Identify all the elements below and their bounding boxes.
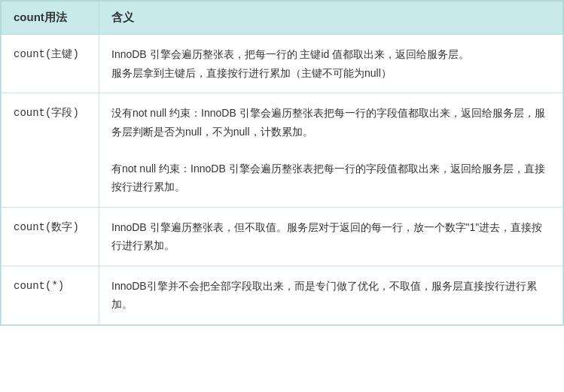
content-part-2: 服务层拿到主键后，直接按行进行累加（主键不可能为null）	[111, 67, 392, 79]
content-part-2: 有not null 约束：InnoDB 引擎会遍历整张表把每一行的字段值都取出来…	[111, 163, 545, 193]
count-number-label: count(数字)	[14, 221, 79, 233]
col-header-meaning: 含义	[99, 2, 563, 35]
count-field-label: count(字段)	[14, 107, 79, 119]
main-container: count用法 含义 count(主键) InnoDB 引擎会遍历整张表，把每一…	[0, 0, 564, 326]
row-content: 没有not null 约束：InnoDB 引擎会遍历整张表把每一行的字段值都取出…	[99, 93, 563, 208]
count-usage-table: count用法 含义 count(主键) InnoDB 引擎会遍历整张表，把每一…	[1, 1, 563, 325]
content-part-1: InnoDB 引擎会遍历整张表，把每一行的 主键id 值都取出来，返回给服务层。	[111, 48, 469, 60]
row-label: count(数字)	[2, 207, 99, 266]
count-primary-key-content: InnoDB 引擎会遍历整张表，把每一行的 主键id 值都取出来，返回给服务层。…	[111, 45, 550, 82]
table-row: count(数字) InnoDB 引擎遍历整张表，但不取值。服务层对于返回的每一…	[2, 207, 563, 266]
count-number-content: InnoDB 引擎遍历整张表，但不取值。服务层对于返回的每一行，放一个数字"1"…	[111, 218, 550, 255]
content-part-1: InnoDB引擎并不会把全部字段取出来，而是专门做了优化，不取值，服务层直接按行…	[111, 280, 537, 311]
row-label: count(字段)	[2, 93, 99, 208]
row-content: InnoDB 引擎遍历整张表，但不取值。服务层对于返回的每一行，放一个数字"1"…	[99, 207, 563, 266]
row-content: InnoDB引擎并不会把全部字段取出来，而是专门做了优化，不取值，服务层直接按行…	[99, 266, 563, 324]
content-part-1: 没有not null 约束：InnoDB 引擎会遍历整张表把每一行的字段值都取出…	[111, 107, 545, 138]
row-content: InnoDB 引擎会遍历整张表，把每一行的 主键id 值都取出来，返回给服务层。…	[99, 35, 563, 93]
count-star-content: InnoDB引擎并不会把全部字段取出来，而是专门做了优化，不取值，服务层直接按行…	[111, 277, 550, 314]
table-row: count(*) InnoDB引擎并不会把全部字段取出来，而是专门做了优化，不取…	[2, 266, 563, 324]
row-label: count(主键)	[2, 35, 99, 93]
table-row: count(主键) InnoDB 引擎会遍历整张表，把每一行的 主键id 值都取…	[2, 35, 563, 93]
table-header-row: count用法 含义	[2, 2, 563, 35]
content-part-1: InnoDB 引擎遍历整张表，但不取值。服务层对于返回的每一行，放一个数字"1"…	[111, 221, 542, 252]
row-label: count(*)	[2, 266, 99, 324]
count-star-label: count(*)	[14, 280, 64, 292]
count-primary-key-label: count(主键)	[14, 48, 79, 60]
col-header-usage: count用法	[2, 2, 99, 35]
table-row: count(字段) 没有not null 约束：InnoDB 引擎会遍历整张表把…	[2, 93, 563, 208]
count-field-content: 没有not null 约束：InnoDB 引擎会遍历整张表把每一行的字段值都取出…	[111, 104, 550, 196]
